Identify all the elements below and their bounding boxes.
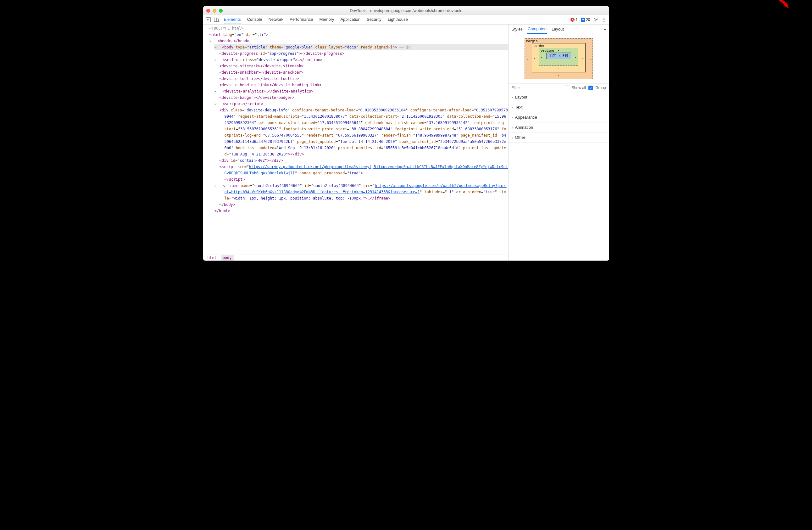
dom-heading-link[interactable]: <devsite-heading-link></devsite-heading-… [219,82,508,88]
section-layout[interactable]: Layout [508,92,609,102]
breadcrumbs: html body [203,255,508,261]
filter-bar: Show all ✓ Group [508,83,609,92]
error-count: 1 [576,18,578,22]
devtools-window: DevTools - developers.google.com/web/too… [203,6,609,261]
device-icon[interactable] [214,17,219,22]
tab-application[interactable]: Application [340,15,360,24]
crumb-html[interactable]: html [206,255,219,261]
svg-rect-1 [214,18,217,22]
sidebar-panel: Styles Computed Layout » margin - - - bo… [508,25,609,261]
dom-iframe[interactable]: ▸<iframe name="oauth2relay438944664" id=… [219,183,508,201]
dom-snackbar[interactable]: <devsite-snackbar></devsite-snackbar> [219,69,508,75]
tab-performance[interactable]: Performance [290,15,313,24]
stab-styles[interactable]: Styles [511,25,523,33]
dom-analytics[interactable]: ▸<devsite-analytics>…</devsite-analytics… [219,88,508,94]
more-icon[interactable] [601,17,607,22]
traffic-lights [206,9,223,13]
stab-layout[interactable]: Layout [551,25,565,33]
sidebar-tabs: Styles Computed Layout » [508,25,609,34]
section-appearance[interactable]: Appearance [508,112,609,123]
box-model[interactable]: margin - - - border - - - padding - [508,34,609,83]
dom-sitemask[interactable]: <devsite-sitemask></devsite-sitemask> [219,63,508,69]
dom-badger[interactable]: <devsite-badger></devsite-badger> [219,94,508,101]
group-checkbox[interactable]: ✓ [589,86,593,90]
dom-survey-script[interactable]: <script src="https://survey.g.doubleclic… [219,164,508,183]
svg-rect-2 [217,19,219,22]
titlebar: DevTools - developers.google.com/web/too… [203,6,609,15]
bm-content-size: 1171 × 845 [546,53,571,59]
tab-security[interactable]: Security [367,15,381,24]
window-title: DevTools - developers.google.com/web/too… [203,8,609,13]
message-counter[interactable]: ✦20 [581,18,590,22]
dom-debug-div[interactable]: <div class="devsite-debug-info" configur… [219,107,508,157]
stab-more[interactable]: » [603,25,606,33]
dom-section[interactable]: ▸<section class="devsite-wrapper">…</sec… [219,57,508,63]
tab-network[interactable]: Network [268,15,284,24]
section-text[interactable]: Text [508,102,609,112]
show-all-label: Show all [572,86,586,90]
stab-computed[interactable]: Computed [527,25,547,34]
elements-panel: <!DOCTYPE html> <html lang="en" dir="ltr… [203,25,508,261]
bm-padding-label: padding [541,49,554,52]
section-animation[interactable]: Animation [508,123,609,132]
minimize-icon[interactable] [213,9,216,13]
tab-console[interactable]: Console [247,15,262,24]
tab-elements[interactable]: Elements [224,15,241,24]
crumb-body[interactable]: body [221,255,234,261]
dom-head[interactable]: ▸<head>…</head> [215,38,508,44]
error-counter[interactable]: ✕1 [570,18,578,22]
section-other[interactable]: Other [508,132,609,142]
tab-memory[interactable]: Memory [320,15,334,24]
dom-doctype[interactable]: <!DOCTYPE html> [209,25,508,31]
dom-tree[interactable]: <!DOCTYPE html> <html lang="en" dir="ltr… [203,25,508,255]
message-count: 20 [586,18,590,22]
group-label: Group [595,86,606,90]
tab-lighthouse[interactable]: Lighthouse [388,15,408,24]
inspect-icon[interactable] [206,17,211,22]
dom-html-open[interactable]: <html lang="en" dir="ltr"> [209,31,508,38]
dom-body-close[interactable]: </body> [219,201,508,208]
main-toolbar: Elements Console Network Performance Mem… [203,15,609,25]
dom-contain[interactable]: <div id="contain-402"></div> [219,157,508,164]
show-all-checkbox[interactable] [565,86,569,90]
dom-script1[interactable]: ▸<script>…</script> [219,101,508,107]
filter-input[interactable] [512,86,562,90]
svg-point-3 [595,19,596,20]
dom-tooltip[interactable]: <devsite-tooltip></devsite-tooltip> [219,75,508,82]
zoom-icon[interactable] [219,9,223,13]
bm-margin-label: margin [526,39,537,43]
dom-body-selected[interactable]: ⋯ ▾<body type="article" theme="google-bl… [215,44,508,50]
bm-border-label: border [533,44,545,47]
computed-sections: Layout Text Appearance Animation Other [508,92,609,261]
dom-html-close[interactable]: </html> [215,208,508,214]
dom-progress[interactable]: <devsite-progress id="app-progress"></de… [219,50,508,57]
settings-icon[interactable] [593,17,598,22]
panel-tabs: Elements Console Network Performance Mem… [224,15,571,24]
close-icon[interactable] [206,9,210,13]
